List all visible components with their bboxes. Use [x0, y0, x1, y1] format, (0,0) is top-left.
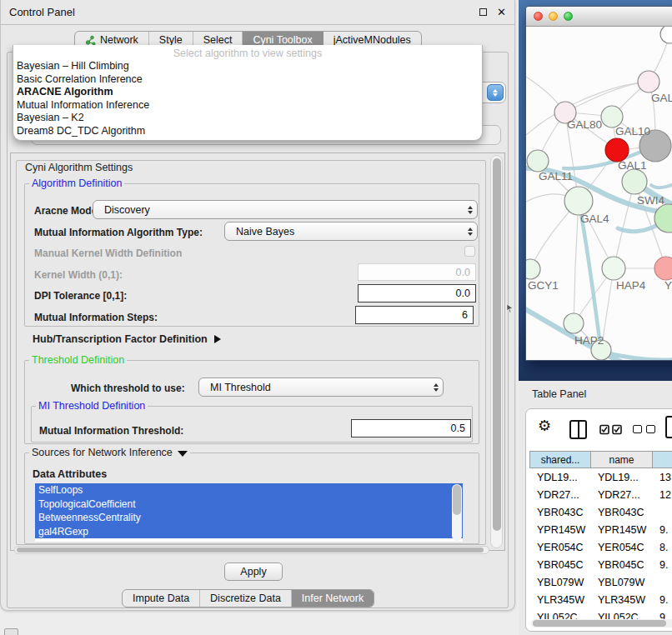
settings-hscrollbar-thumb[interactable]: [17, 548, 484, 552]
settings-hscrollbar[interactable]: [14, 546, 489, 554]
cell-value: 9.: [652, 594, 672, 606]
tab-cyni-toolbox-label: Cyni Toolbox: [253, 34, 312, 46]
zoom-traffic-light[interactable]: [564, 12, 573, 21]
columns-icon[interactable]: [569, 420, 587, 439]
settings-scrollbar[interactable]: [490, 155, 503, 548]
apply-button[interactable]: Apply: [224, 562, 283, 581]
mi-steps-label: Mutual Information Steps:: [34, 312, 158, 323]
combo-stepper-focused[interactable]: [487, 84, 504, 101]
node-hap4: [602, 257, 625, 280]
data-attribute-item-selected[interactable]: gal4RGexp: [35, 525, 463, 539]
table-row[interactable]: YBR043C YBR043C: [529, 503, 672, 521]
checked-pair-icon[interactable]: [599, 424, 623, 435]
close-icon[interactable]: ✕: [497, 6, 506, 18]
stepper-up-icon: [493, 89, 498, 92]
table-row[interactable]: YDL19... YDL19... 13: [529, 468, 672, 486]
algorithm-option[interactable]: Mutual Information Inference: [13, 99, 482, 112]
tab-network-label: Network: [100, 34, 138, 46]
hub-definition-label: Hub/Transcription Factor Definition: [33, 333, 208, 345]
data-attribute-item-selected[interactable]: TopologicalCoefficient: [35, 498, 463, 512]
mi-steps-value: 6: [462, 309, 468, 321]
cyni-settings-group-title: Cyni Algorithm Settings: [23, 162, 135, 173]
table-row[interactable]: YBR045C YBR045C 9.: [529, 556, 672, 573]
attributes-list-scrollbar[interactable]: [452, 484, 462, 541]
table-row[interactable]: YPR145W YPR145W 9.: [529, 521, 672, 538]
which-threshold-value: MI Threshold: [199, 382, 429, 393]
cell-shared: YER054C: [529, 542, 590, 553]
kernel-width-field[interactable]: 0.0: [358, 263, 476, 281]
table-row[interactable]: YER054C YER054C 8.: [529, 538, 672, 556]
dpi-tolerance-label: DPI Tolerance [0,1]:: [34, 290, 127, 302]
node-gal1-selected: [605, 138, 629, 162]
node-label: GAL1: [618, 159, 647, 172]
document-icon[interactable]: [665, 416, 672, 438]
data-attribute-item-selected[interactable]: BetweennessCentrality: [35, 511, 463, 525]
cell-value: 9.: [652, 524, 672, 536]
algorithm-option[interactable]: Basic Correlation Inference: [13, 73, 482, 87]
column-header-name[interactable]: name: [590, 451, 652, 468]
tab-discretize-data[interactable]: Discretize Data: [200, 590, 292, 607]
node-label: SWI4: [637, 194, 664, 207]
algorithm-option[interactable]: Dream8 DC_TDC Algorithm: [13, 125, 482, 138]
cell-name: YDL19...: [590, 472, 652, 483]
cell-shared: YPR145W: [529, 524, 590, 536]
dpi-tolerance-field[interactable]: 0.0: [358, 284, 476, 302]
dpi-tolerance-value: 0.0: [456, 288, 470, 299]
node: [638, 71, 659, 92]
mouse-cursor: [506, 303, 514, 313]
table-hscrollbar[interactable]: [531, 619, 672, 628]
cell-shared: YDL19...: [529, 472, 590, 483]
float-window-icon[interactable]: [479, 8, 487, 16]
settings-scrollbar-thumb[interactable]: [493, 158, 501, 531]
network-window-titlebar[interactable]: [526, 7, 672, 27]
table-hscrollbar-thumb[interactable]: [533, 620, 666, 627]
algorithm-option[interactable]: ARACNE Algorithm: [13, 86, 482, 99]
node-salmon: [654, 257, 672, 280]
cell-value: 12: [652, 489, 672, 501]
mi-threshold-field[interactable]: 0.5: [351, 419, 471, 438]
control-panel-titlebar: Control Panel ✕: [1, 0, 514, 25]
table-row[interactable]: YLR345W YLR345W 9.: [529, 591, 672, 608]
minimize-traffic-light[interactable]: [549, 12, 558, 21]
column-header-partial[interactable]: A: [652, 451, 672, 468]
cell-shared: YDR27...: [529, 489, 590, 501]
column-header-shared[interactable]: shared...: [529, 451, 590, 468]
node-label: GAL11: [539, 170, 573, 182]
tab-infer-network[interactable]: Infer Network: [292, 590, 374, 607]
table-header-row: shared... name A: [529, 451, 672, 468]
manual-kernel-checkbox[interactable]: [464, 246, 475, 257]
close-traffic-light[interactable]: [534, 12, 543, 21]
node-gal11: [527, 150, 549, 172]
gear-icon[interactable]: ⚙: [538, 417, 551, 434]
aracne-mode-combo[interactable]: Discovery: [93, 200, 478, 219]
which-threshold-combo[interactable]: MI Threshold: [198, 378, 444, 397]
sources-toggle[interactable]: Sources for Network Inference: [29, 447, 190, 458]
kernel-width-value: 0.0: [456, 267, 470, 278]
data-attributes-list: SelfLoopsTopologicalCoefficientBetweenne…: [35, 483, 463, 542]
hub-definition-toggle[interactable]: Hub/Transcription Factor Definition: [33, 333, 221, 345]
node: [654, 204, 672, 232]
algorithm-option[interactable]: Bayesian – Hill Climbing: [13, 60, 482, 73]
network-view-window: GAL GAL80 GAL10 GAL1 GAL11 SWI4 GAL4 GCY…: [525, 6, 672, 361]
table-row[interactable]: YBL079W YBL079W: [529, 573, 672, 591]
network-canvas[interactable]: GAL GAL80 GAL10 GAL1 GAL11 SWI4 GAL4 GCY…: [526, 27, 672, 361]
combo-stepper-icon: [429, 378, 443, 396]
algorithm-dropdown-placeholder: Select algorithm to view settings: [13, 47, 482, 60]
table-row[interactable]: YDR27... YDR27... 12: [529, 486, 672, 503]
unchecked-icon[interactable]: [633, 425, 642, 433]
attributes-scrollbar-thumb[interactable]: [453, 485, 461, 515]
tab-jactivemnodules-label: jActiveMNodules: [333, 34, 411, 46]
table-panel-box: ⚙ shared... name A YDL19... YDL19...: [525, 408, 672, 632]
cell-name: YDR27...: [590, 489, 652, 501]
data-attribute-item-selected[interactable]: SelfLoops: [35, 483, 463, 498]
cell-shared: YLR345W: [529, 594, 590, 606]
mi-steps-field[interactable]: 6: [355, 306, 474, 324]
manual-kernel-label: Manual Kernel Width Definition: [34, 248, 182, 259]
algorithm-option[interactable]: Bayesian – K2: [13, 112, 482, 125]
screenshot-root: Control Panel ✕ Network Style Select: [0, 0, 672, 635]
cell-shared: YBL079W: [529, 577, 590, 588]
unchecked-icon[interactable]: [646, 425, 655, 433]
minimized-panel-icon[interactable]: [4, 628, 18, 635]
tab-impute-data[interactable]: Impute Data: [123, 590, 200, 607]
mi-type-combo[interactable]: Naive Bayes: [224, 222, 478, 241]
